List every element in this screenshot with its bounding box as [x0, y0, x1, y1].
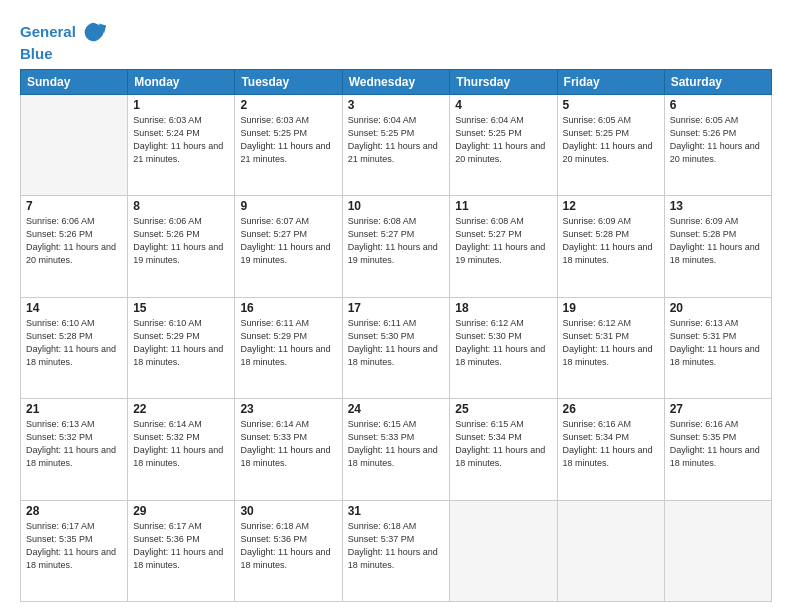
- calendar-day-cell: 18Sunrise: 6:12 AMSunset: 5:30 PMDayligh…: [450, 297, 557, 399]
- calendar-day-cell: 28Sunrise: 6:17 AMSunset: 5:35 PMDayligh…: [21, 500, 128, 602]
- logo-subtext: Blue: [20, 46, 108, 63]
- logo-text: General: [20, 24, 76, 41]
- calendar-day-cell: 27Sunrise: 6:16 AMSunset: 5:35 PMDayligh…: [664, 399, 771, 501]
- calendar-day-header: Friday: [557, 69, 664, 94]
- day-number: 8: [133, 199, 229, 213]
- day-number: 10: [348, 199, 445, 213]
- calendar-day-cell: [664, 500, 771, 602]
- calendar-day-cell: 1Sunrise: 6:03 AMSunset: 5:24 PMDaylight…: [128, 94, 235, 196]
- day-number: 14: [26, 301, 122, 315]
- calendar-day-cell: 29Sunrise: 6:17 AMSunset: 5:36 PMDayligh…: [128, 500, 235, 602]
- day-number: 26: [563, 402, 659, 416]
- day-info: Sunrise: 6:18 AMSunset: 5:36 PMDaylight:…: [240, 520, 336, 572]
- day-number: 11: [455, 199, 551, 213]
- day-number: 22: [133, 402, 229, 416]
- calendar-day-cell: 20Sunrise: 6:13 AMSunset: 5:31 PMDayligh…: [664, 297, 771, 399]
- calendar-day-cell: 22Sunrise: 6:14 AMSunset: 5:32 PMDayligh…: [128, 399, 235, 501]
- calendar-day-cell: [450, 500, 557, 602]
- calendar-day-header: Saturday: [664, 69, 771, 94]
- calendar-day-cell: 4Sunrise: 6:04 AMSunset: 5:25 PMDaylight…: [450, 94, 557, 196]
- calendar-day-cell: 5Sunrise: 6:05 AMSunset: 5:25 PMDaylight…: [557, 94, 664, 196]
- day-number: 28: [26, 504, 122, 518]
- calendar-day-cell: 14Sunrise: 6:10 AMSunset: 5:28 PMDayligh…: [21, 297, 128, 399]
- calendar-day-cell: 12Sunrise: 6:09 AMSunset: 5:28 PMDayligh…: [557, 196, 664, 298]
- day-number: 31: [348, 504, 445, 518]
- day-number: 3: [348, 98, 445, 112]
- day-number: 18: [455, 301, 551, 315]
- day-info: Sunrise: 6:17 AMSunset: 5:35 PMDaylight:…: [26, 520, 122, 572]
- calendar-day-cell: 23Sunrise: 6:14 AMSunset: 5:33 PMDayligh…: [235, 399, 342, 501]
- day-info: Sunrise: 6:10 AMSunset: 5:28 PMDaylight:…: [26, 317, 122, 369]
- calendar-day-cell: 19Sunrise: 6:12 AMSunset: 5:31 PMDayligh…: [557, 297, 664, 399]
- calendar-day-cell: 25Sunrise: 6:15 AMSunset: 5:34 PMDayligh…: [450, 399, 557, 501]
- calendar-week-row: 1Sunrise: 6:03 AMSunset: 5:24 PMDaylight…: [21, 94, 772, 196]
- calendar-day-cell: 10Sunrise: 6:08 AMSunset: 5:27 PMDayligh…: [342, 196, 450, 298]
- day-number: 29: [133, 504, 229, 518]
- calendar-table: SundayMondayTuesdayWednesdayThursdayFrid…: [20, 69, 772, 603]
- day-number: 17: [348, 301, 445, 315]
- calendar-day-cell: 30Sunrise: 6:18 AMSunset: 5:36 PMDayligh…: [235, 500, 342, 602]
- calendar-day-cell: 6Sunrise: 6:05 AMSunset: 5:26 PMDaylight…: [664, 94, 771, 196]
- calendar-day-cell: 3Sunrise: 6:04 AMSunset: 5:25 PMDaylight…: [342, 94, 450, 196]
- day-number: 7: [26, 199, 122, 213]
- day-info: Sunrise: 6:10 AMSunset: 5:29 PMDaylight:…: [133, 317, 229, 369]
- day-info: Sunrise: 6:04 AMSunset: 5:25 PMDaylight:…: [348, 114, 445, 166]
- calendar-day-cell: 9Sunrise: 6:07 AMSunset: 5:27 PMDaylight…: [235, 196, 342, 298]
- calendar-day-cell: 11Sunrise: 6:08 AMSunset: 5:27 PMDayligh…: [450, 196, 557, 298]
- day-info: Sunrise: 6:08 AMSunset: 5:27 PMDaylight:…: [455, 215, 551, 267]
- calendar-day-cell: 8Sunrise: 6:06 AMSunset: 5:26 PMDaylight…: [128, 196, 235, 298]
- day-info: Sunrise: 6:09 AMSunset: 5:28 PMDaylight:…: [563, 215, 659, 267]
- calendar-day-cell: 2Sunrise: 6:03 AMSunset: 5:25 PMDaylight…: [235, 94, 342, 196]
- day-info: Sunrise: 6:18 AMSunset: 5:37 PMDaylight:…: [348, 520, 445, 572]
- day-info: Sunrise: 6:11 AMSunset: 5:30 PMDaylight:…: [348, 317, 445, 369]
- calendar-day-cell: 26Sunrise: 6:16 AMSunset: 5:34 PMDayligh…: [557, 399, 664, 501]
- day-number: 23: [240, 402, 336, 416]
- day-number: 27: [670, 402, 766, 416]
- calendar-day-cell: 16Sunrise: 6:11 AMSunset: 5:29 PMDayligh…: [235, 297, 342, 399]
- calendar-day-cell: 15Sunrise: 6:10 AMSunset: 5:29 PMDayligh…: [128, 297, 235, 399]
- logo-icon: [80, 18, 108, 46]
- day-info: Sunrise: 6:16 AMSunset: 5:35 PMDaylight:…: [670, 418, 766, 470]
- day-info: Sunrise: 6:14 AMSunset: 5:32 PMDaylight:…: [133, 418, 229, 470]
- day-info: Sunrise: 6:13 AMSunset: 5:32 PMDaylight:…: [26, 418, 122, 470]
- day-number: 15: [133, 301, 229, 315]
- calendar-day-cell: 24Sunrise: 6:15 AMSunset: 5:33 PMDayligh…: [342, 399, 450, 501]
- day-number: 24: [348, 402, 445, 416]
- calendar-day-cell: [21, 94, 128, 196]
- calendar-day-cell: 13Sunrise: 6:09 AMSunset: 5:28 PMDayligh…: [664, 196, 771, 298]
- day-info: Sunrise: 6:05 AMSunset: 5:26 PMDaylight:…: [670, 114, 766, 166]
- day-info: Sunrise: 6:05 AMSunset: 5:25 PMDaylight:…: [563, 114, 659, 166]
- day-number: 16: [240, 301, 336, 315]
- day-info: Sunrise: 6:11 AMSunset: 5:29 PMDaylight:…: [240, 317, 336, 369]
- header: General Blue: [20, 18, 772, 63]
- calendar-day-header: Monday: [128, 69, 235, 94]
- day-number: 6: [670, 98, 766, 112]
- day-info: Sunrise: 6:04 AMSunset: 5:25 PMDaylight:…: [455, 114, 551, 166]
- day-info: Sunrise: 6:08 AMSunset: 5:27 PMDaylight:…: [348, 215, 445, 267]
- calendar-week-row: 21Sunrise: 6:13 AMSunset: 5:32 PMDayligh…: [21, 399, 772, 501]
- calendar-day-cell: 17Sunrise: 6:11 AMSunset: 5:30 PMDayligh…: [342, 297, 450, 399]
- day-number: 4: [455, 98, 551, 112]
- day-number: 13: [670, 199, 766, 213]
- calendar-day-header: Thursday: [450, 69, 557, 94]
- day-number: 25: [455, 402, 551, 416]
- day-info: Sunrise: 6:03 AMSunset: 5:24 PMDaylight:…: [133, 114, 229, 166]
- day-info: Sunrise: 6:17 AMSunset: 5:36 PMDaylight:…: [133, 520, 229, 572]
- day-number: 1: [133, 98, 229, 112]
- day-info: Sunrise: 6:15 AMSunset: 5:34 PMDaylight:…: [455, 418, 551, 470]
- day-number: 21: [26, 402, 122, 416]
- calendar-day-header: Wednesday: [342, 69, 450, 94]
- calendar-day-cell: 21Sunrise: 6:13 AMSunset: 5:32 PMDayligh…: [21, 399, 128, 501]
- calendar-day-cell: 7Sunrise: 6:06 AMSunset: 5:26 PMDaylight…: [21, 196, 128, 298]
- page: General Blue SundayMondayTuesdayWednesda…: [0, 0, 792, 612]
- logo: General Blue: [20, 18, 108, 63]
- day-number: 2: [240, 98, 336, 112]
- day-info: Sunrise: 6:16 AMSunset: 5:34 PMDaylight:…: [563, 418, 659, 470]
- day-info: Sunrise: 6:15 AMSunset: 5:33 PMDaylight:…: [348, 418, 445, 470]
- calendar-week-row: 14Sunrise: 6:10 AMSunset: 5:28 PMDayligh…: [21, 297, 772, 399]
- day-info: Sunrise: 6:06 AMSunset: 5:26 PMDaylight:…: [26, 215, 122, 267]
- day-info: Sunrise: 6:14 AMSunset: 5:33 PMDaylight:…: [240, 418, 336, 470]
- calendar-day-cell: [557, 500, 664, 602]
- day-info: Sunrise: 6:06 AMSunset: 5:26 PMDaylight:…: [133, 215, 229, 267]
- day-number: 5: [563, 98, 659, 112]
